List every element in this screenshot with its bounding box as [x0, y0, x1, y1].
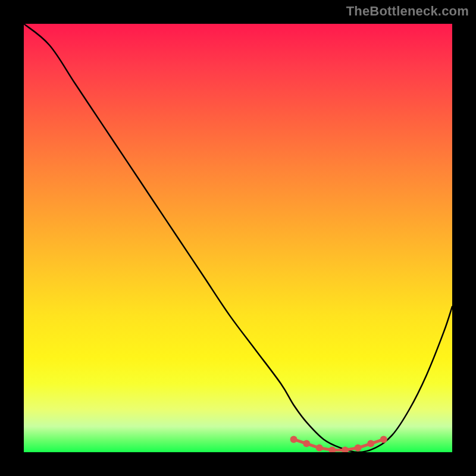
optimal-marker — [380, 436, 387, 443]
chart-frame: TheBottleneck.com — [0, 0, 476, 476]
optimal-marker — [342, 446, 349, 452]
bottleneck-curve — [24, 24, 452, 452]
optimal-marker — [290, 436, 298, 443]
optimal-marker — [303, 440, 310, 447]
plot-area — [24, 24, 452, 452]
optimal-marker — [328, 446, 336, 452]
watermark-text: TheBottleneck.com — [346, 4, 469, 19]
curve-layer — [24, 24, 452, 452]
optimal-marker — [355, 444, 362, 452]
optimal-marker — [316, 444, 323, 452]
optimal-marker — [367, 440, 374, 447]
